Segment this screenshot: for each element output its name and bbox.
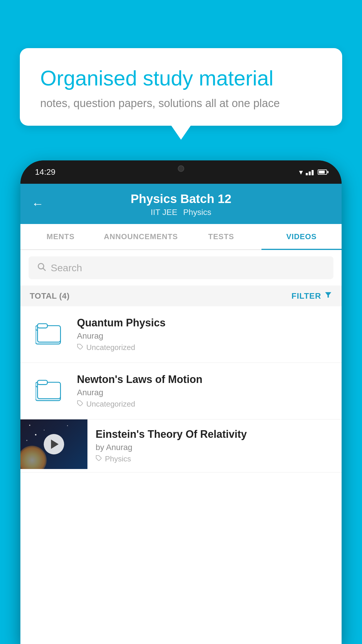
search-input-wrapper[interactable]: Search <box>29 256 333 279</box>
tag-icon <box>77 344 83 352</box>
page-title: Physics Batch 12 <box>131 192 231 206</box>
play-icon <box>51 440 59 449</box>
total-count: TOTAL (4) <box>30 291 70 301</box>
folder-thumbnail <box>30 320 68 349</box>
video-tag: Uncategorized <box>77 400 332 409</box>
app-header: ← Physics Batch 12 IIT JEE Physics <box>20 184 342 224</box>
filter-label: FILTER <box>291 291 321 301</box>
tag-icon <box>96 455 102 463</box>
video-author: Anurag <box>77 388 332 397</box>
svg-rect-6 <box>38 323 48 328</box>
video-thumbnail <box>20 419 87 469</box>
play-button[interactable] <box>44 434 64 454</box>
video-author: Anurag <box>77 331 332 341</box>
status-icons: ▾ <box>299 168 327 177</box>
list-item[interactable]: Newton's Laws of Motion Anurag Uncategor… <box>20 363 342 419</box>
wifi-icon: ▾ <box>299 168 303 177</box>
tag-label: Physics <box>105 454 131 463</box>
speech-bubble-subtitle: notes, question papers, solutions all at… <box>40 97 322 110</box>
tab-bar: MENTS ANNOUNCEMENTS TESTS VIDEOS <box>20 224 342 250</box>
video-info: Newton's Laws of Motion Anurag Uncategor… <box>77 373 332 409</box>
video-tag: Uncategorized <box>77 343 332 352</box>
video-title: Quantum Physics <box>77 317 332 329</box>
search-placeholder: Search <box>51 262 82 274</box>
folder-thumbnail <box>30 377 68 406</box>
phone-time: 14:29 <box>35 167 55 177</box>
status-bar: 14:29 ▾ <box>20 160 342 184</box>
phone-frame: 14:29 ▾ ← Physics Batch 12 IIT JEE Physi… <box>20 160 342 644</box>
tag-label: Uncategorized <box>86 343 135 352</box>
search-icon <box>37 262 46 274</box>
filter-bar: TOTAL (4) FILTER <box>20 286 342 306</box>
video-list: Quantum Physics Anurag Uncategorized <box>20 306 342 644</box>
speech-bubble: Organised study material notes, question… <box>20 48 342 126</box>
filter-icon <box>324 291 332 301</box>
filter-button[interactable]: FILTER <box>291 291 332 301</box>
app-screen: ← Physics Batch 12 IIT JEE Physics MENTS… <box>20 184 342 644</box>
list-item[interactable]: Einstein's Theory Of Relativity by Anura… <box>20 419 342 473</box>
tag-label: Uncategorized <box>86 400 135 409</box>
camera <box>178 165 184 172</box>
video-title: Einstein's Theory Of Relativity <box>96 428 333 440</box>
svg-rect-11 <box>38 380 48 384</box>
search-bar: Search <box>20 250 342 286</box>
video-author: by Anurag <box>96 443 333 452</box>
header-subtitle-iit: IIT JEE <box>151 208 177 217</box>
battery-icon <box>318 169 327 175</box>
header-subtitle: IIT JEE Physics <box>151 208 211 217</box>
header-subtitle-physics: Physics <box>183 208 211 217</box>
svg-line-1 <box>43 268 45 270</box>
video-tag: Physics <box>96 454 333 463</box>
tab-announcements[interactable]: ANNOUNCEMENTS <box>101 224 181 249</box>
tag-icon <box>77 400 83 408</box>
list-item[interactable]: Quantum Physics Anurag Uncategorized <box>20 306 342 363</box>
svg-marker-2 <box>325 292 331 298</box>
speech-bubble-title: Organised study material <box>40 66 322 91</box>
video-info: Einstein's Theory Of Relativity by Anura… <box>87 419 342 472</box>
video-title: Newton's Laws of Motion <box>77 373 332 386</box>
signal-icon <box>306 169 314 175</box>
video-info: Quantum Physics Anurag Uncategorized <box>77 317 332 352</box>
back-button[interactable]: ← <box>31 197 44 211</box>
phone-notch <box>155 160 207 176</box>
tab-videos[interactable]: VIDEOS <box>261 224 342 249</box>
tab-ments[interactable]: MENTS <box>20 224 101 249</box>
tab-tests[interactable]: TESTS <box>181 224 261 249</box>
